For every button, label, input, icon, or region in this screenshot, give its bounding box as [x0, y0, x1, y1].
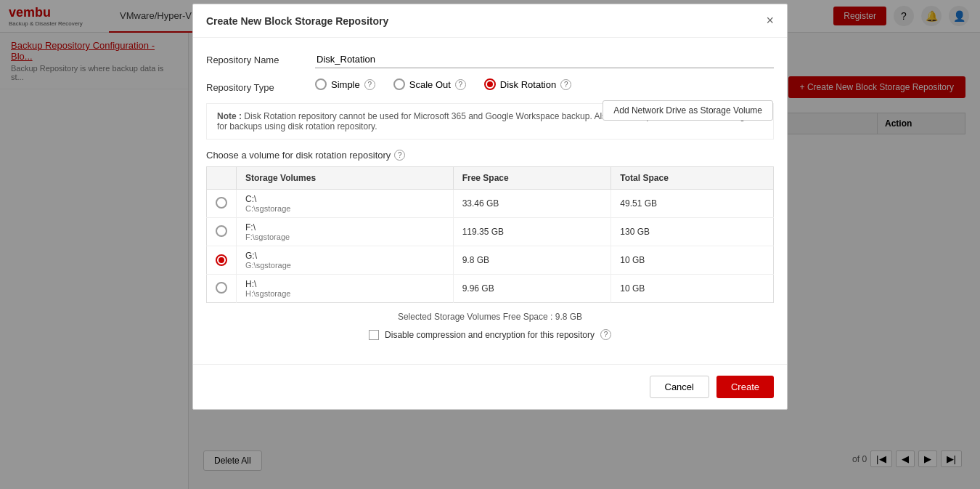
vol-total-2: 10 GB: [611, 246, 774, 275]
radio-group: Simple ? Scale Out ? Disk Rotation ?: [315, 78, 774, 90]
vol-select-0[interactable]: [207, 190, 237, 218]
vol-select-3[interactable]: [207, 275, 237, 303]
create-button[interactable]: Create: [716, 376, 774, 398]
vol-name-3: H:\ H:\sgstorage: [237, 275, 454, 303]
modal-create-repo: Create New Block Storage Repository × Re…: [192, 4, 788, 410]
modal-title: Create New Block Storage Repository: [206, 15, 388, 27]
disable-compression-label: Disable compression and encryption for t…: [385, 330, 595, 340]
volume-radio-2[interactable]: [216, 254, 227, 266]
radio-scaleout-outer: [393, 78, 405, 90]
cancel-button[interactable]: Cancel: [650, 376, 709, 398]
vol-free-2: 9.8 GB: [453, 246, 611, 275]
repo-type-row: Repository Type Simple ? Scale Out ?: [206, 78, 774, 93]
scaleout-help-icon[interactable]: ?: [455, 79, 466, 90]
note-prefix: Note :: [217, 111, 242, 121]
vol-name-2: G:\ G:\sgstorage: [237, 246, 454, 275]
modal-header: Create New Block Storage Repository ×: [193, 4, 787, 38]
volume-row-3[interactable]: H:\ H:\sgstorage 9.96 GB 10 GB: [207, 275, 774, 303]
volume-label-text: Choose a volume for disk rotation reposi…: [206, 150, 391, 161]
simple-help-icon[interactable]: ?: [364, 79, 375, 90]
volume-radio-0[interactable]: [216, 197, 227, 209]
volume-radio-1[interactable]: [216, 225, 227, 237]
diskrotation-help-icon[interactable]: ?: [560, 79, 571, 90]
vol-total-1: 130 GB: [611, 218, 774, 246]
volume-row-1[interactable]: F:\ F:\sgstorage 119.35 GB 130 GB: [207, 218, 774, 246]
volume-section: Choose a volume for disk rotation reposi…: [206, 150, 774, 303]
vol-name-0: C:\ C:\sgstorage: [237, 190, 454, 218]
radio-diskrotation-inner: [487, 81, 493, 87]
vol-total-3: 10 GB: [611, 275, 774, 303]
repo-name-row: Repository Name: [206, 51, 774, 68]
volume-help-icon[interactable]: ?: [394, 150, 405, 161]
repo-name-input[interactable]: [315, 51, 774, 68]
repo-name-label: Repository Name: [206, 51, 315, 65]
volume-row-0[interactable]: C:\ C:\sgstorage 33.46 GB 49.51 GB: [207, 190, 774, 218]
radio-diskrotation-outer: [484, 78, 496, 90]
modal-footer: Cancel Create: [193, 364, 787, 409]
disable-compression-row: Disable compression and encryption for t…: [206, 329, 774, 340]
col-total-space: Total Space: [611, 167, 774, 190]
col-free-space: Free Space: [453, 167, 611, 190]
close-button[interactable]: ×: [766, 13, 774, 28]
radio-diskrotation[interactable]: Disk Rotation ?: [484, 78, 571, 90]
col-storage-volumes: Storage Volumes: [237, 167, 454, 190]
radio-scaleout[interactable]: Scale Out ?: [393, 78, 466, 90]
vol-free-3: 9.96 GB: [453, 275, 611, 303]
vol-free-0: 33.46 GB: [453, 190, 611, 218]
volume-radio-3[interactable]: [216, 282, 227, 294]
repo-type-label: Repository Type: [206, 78, 315, 93]
repo-type-control: Simple ? Scale Out ? Disk Rotation ?: [315, 78, 774, 90]
modal-body: Repository Name Repository Type Simple ?…: [193, 38, 787, 360]
repo-name-control: [315, 51, 774, 68]
vol-name-1: F:\ F:\sgstorage: [237, 218, 454, 246]
radio-simple[interactable]: Simple ?: [315, 78, 375, 90]
vol-select-1[interactable]: [207, 218, 237, 246]
compression-help-icon[interactable]: ?: [600, 329, 611, 340]
volume-row-2[interactable]: G:\ G:\sgstorage 9.8 GB 10 GB: [207, 246, 774, 275]
vol-select-2[interactable]: [207, 246, 237, 275]
volume-table: Storage Volumes Free Space Total Space C…: [206, 166, 774, 303]
col-select: [207, 167, 237, 190]
volume-section-label: Choose a volume for disk rotation reposi…: [206, 150, 774, 161]
selected-space: Selected Storage Volumes Free Space : 9.…: [206, 312, 774, 322]
radio-simple-label: Simple: [331, 79, 360, 90]
note-box: Note : Disk Rotation repository cannot b…: [206, 103, 774, 140]
volume-table-header: Storage Volumes Free Space Total Space: [207, 167, 774, 190]
vol-free-1: 119.35 GB: [453, 218, 611, 246]
radio-scaleout-label: Scale Out: [409, 79, 451, 90]
radio-diskrotation-label: Disk Rotation: [500, 79, 556, 90]
add-network-drive-button[interactable]: Add Network Drive as Storage Volume: [603, 100, 773, 121]
disable-compression-checkbox[interactable]: [369, 330, 379, 340]
vol-total-0: 49.51 GB: [611, 190, 774, 218]
radio-simple-outer: [315, 78, 327, 90]
